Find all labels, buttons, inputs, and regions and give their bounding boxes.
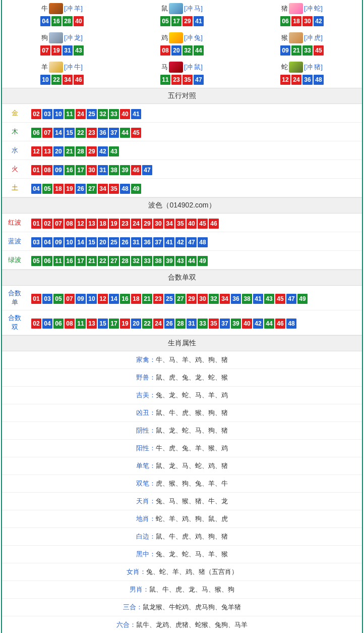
number-ball: 08 xyxy=(65,319,75,329)
attr-value: 兔、龙、蛇、马、羊、鸡 xyxy=(156,391,228,399)
number-ball: 17 xyxy=(109,319,119,329)
row-balls: 0102070812131819232429303435404546 xyxy=(27,214,362,232)
attr-label: 双笔： xyxy=(136,480,156,487)
number-ball: 33 xyxy=(198,319,208,329)
number-ball: 23 xyxy=(171,75,181,85)
attr-row: 地肖：蛇、羊、鸡、狗、鼠、虎 xyxy=(2,510,362,528)
number-ball: 35 xyxy=(109,184,119,194)
zodiac-chong: [冲 马] xyxy=(184,4,203,13)
attr-value: 兔、龙、蛇、马、羊、猴 xyxy=(156,550,228,558)
bose-header: 波色（014902.com） xyxy=(2,197,362,214)
attr-label: 凶丑： xyxy=(136,409,156,416)
number-ball: 09 xyxy=(280,45,290,56)
zodiac-icon xyxy=(289,3,303,14)
number-ball: 47 xyxy=(187,237,197,247)
number-ball: 42 xyxy=(175,237,186,247)
number-ball: 47 xyxy=(194,75,204,85)
number-ball: 31 xyxy=(98,165,108,175)
row-balls: 04051819262734354849 xyxy=(27,179,362,197)
number-ball: 34 xyxy=(98,184,108,194)
number-ball: 36 xyxy=(142,237,152,247)
number-ball: 07 xyxy=(42,128,52,138)
number-ball: 22 xyxy=(51,75,62,85)
number-ball: 40 xyxy=(120,109,130,119)
zodiac-balls: 11233547 xyxy=(122,75,242,85)
number-ball: 07 xyxy=(53,219,64,229)
number-ball: 13 xyxy=(87,319,97,329)
attr-label: 吉美： xyxy=(136,391,156,399)
number-ball: 17 xyxy=(76,165,86,175)
number-ball: 30 xyxy=(87,165,97,175)
zodiac-name: 马 xyxy=(161,63,168,72)
attr-label: 阴性： xyxy=(136,427,156,434)
number-ball: 31 xyxy=(131,237,141,247)
number-ball: 38 xyxy=(109,165,119,175)
attr-row: 凶丑：鼠、牛、虎、猴、狗、猪 xyxy=(2,404,362,422)
number-ball: 29 xyxy=(187,294,197,304)
attr-row: 黑中：兔、龙、蛇、马、羊、猴 xyxy=(2,546,362,563)
zodiac-chong: [冲 牛] xyxy=(64,63,83,72)
number-ball: 07 xyxy=(65,294,75,304)
number-ball: 15 xyxy=(65,128,75,138)
zodiac-grid: 牛 [冲 羊] 04162840 鼠 [冲 马] 05172941 猪 [冲 蛇… xyxy=(2,0,362,88)
attr-value: 蛇、羊、鸡、狗、鼠、虎 xyxy=(156,515,228,522)
number-ball: 05 xyxy=(160,16,170,26)
number-ball: 06 xyxy=(42,256,52,266)
zodiac-cell: 猴 [冲 虎] 09213345 xyxy=(242,29,362,59)
number-ball: 42 xyxy=(98,146,108,156)
row-label: 蓝波 xyxy=(2,232,27,251)
number-ball: 04 xyxy=(42,319,52,329)
attr-row: 双笔：虎、猴、狗、兔、羊、牛 xyxy=(2,475,362,493)
attr-row: 阴性：鼠、龙、蛇、马、狗、猪 xyxy=(2,422,362,440)
attr-label: 地肖： xyxy=(136,515,156,522)
number-ball: 47 xyxy=(286,294,296,304)
zodiac-chong: [冲 蛇] xyxy=(304,4,323,13)
attr-label: 家禽： xyxy=(136,356,156,363)
table-row: 土 04051819262734354849 xyxy=(2,179,362,197)
number-ball: 13 xyxy=(87,219,97,229)
number-ball: 40 xyxy=(187,219,197,229)
number-ball: 10 xyxy=(87,294,97,304)
number-ball: 08 xyxy=(42,165,52,175)
attr-value: 鼠、牛、虎、龙、马、猴、狗 xyxy=(149,586,234,593)
number-ball: 28 xyxy=(76,146,86,156)
number-ball: 25 xyxy=(109,237,119,247)
number-ball: 46 xyxy=(209,219,219,229)
row-balls: 03040910141520252631363741424748 xyxy=(27,232,362,251)
table-row: 红波 0102070812131819232429303435404546 xyxy=(2,214,362,232)
number-ball: 27 xyxy=(175,294,186,304)
zodiac-icon xyxy=(49,32,63,43)
number-ball: 45 xyxy=(314,45,324,56)
number-ball: 39 xyxy=(120,165,130,175)
attr-label: 男肖： xyxy=(130,586,149,593)
number-ball: 37 xyxy=(109,128,119,138)
number-ball: 09 xyxy=(76,294,86,304)
number-ball: 42 xyxy=(314,16,324,26)
number-ball: 25 xyxy=(87,109,97,119)
number-ball: 21 xyxy=(291,45,301,56)
number-ball: 12 xyxy=(98,294,108,304)
number-ball: 23 xyxy=(120,219,130,229)
number-ball: 07 xyxy=(40,45,50,56)
number-ball: 14 xyxy=(76,237,86,247)
page-container: 牛 [冲 羊] 04162840 鼠 [冲 马] 05172941 猪 [冲 蛇… xyxy=(1,0,363,633)
number-ball: 24 xyxy=(291,75,301,85)
attrs-header: 生肖属性 xyxy=(2,335,362,351)
number-ball: 33 xyxy=(142,256,152,266)
attr-row: 阳性：牛、虎、兔、羊、猴、鸡 xyxy=(2,440,362,457)
number-ball: 14 xyxy=(53,128,64,138)
number-ball: 19 xyxy=(65,184,75,194)
number-ball: 36 xyxy=(302,75,313,85)
number-ball: 49 xyxy=(198,256,208,266)
zodiac-cell: 蛇 [冲 猪] 12243648 xyxy=(242,59,362,88)
number-ball: 09 xyxy=(53,237,64,247)
zodiac-name: 狗 xyxy=(41,33,48,42)
zodiac-name: 猴 xyxy=(281,33,288,42)
number-ball: 20 xyxy=(171,45,181,56)
number-ball: 01 xyxy=(31,294,41,304)
number-ball: 26 xyxy=(164,319,174,329)
attr-label: 阳性： xyxy=(136,444,156,452)
zodiac-name: 羊 xyxy=(41,63,48,72)
number-ball: 43 xyxy=(175,256,186,266)
number-ball: 01 xyxy=(31,165,41,175)
